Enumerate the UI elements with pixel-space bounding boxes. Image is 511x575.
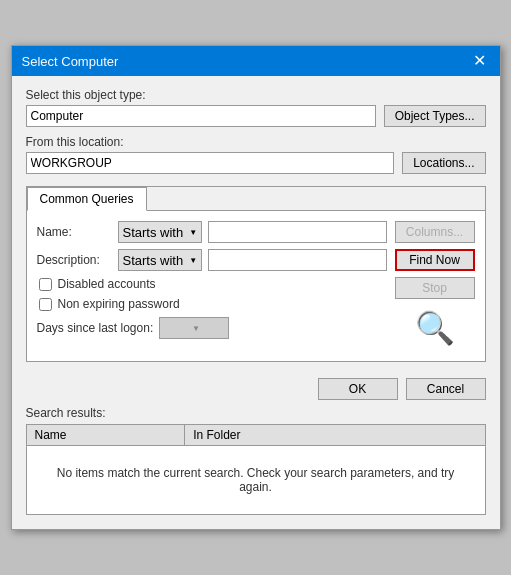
object-type-row: Object Types... (26, 105, 486, 127)
tab-content-area: Name: Starts with ▼ Description: Start (37, 221, 475, 351)
description-dropdown-arrow-icon: ▼ (189, 256, 197, 265)
close-button[interactable]: ✕ (469, 53, 490, 69)
non-expiring-password-row: Non expiring password (37, 297, 387, 311)
location-section: From this location: Locations... (26, 135, 486, 174)
description-starts-with-dropdown[interactable]: Starts with ▼ (118, 249, 203, 271)
name-starts-with-dropdown[interactable]: Starts with ▼ (118, 221, 203, 243)
title-bar: Select Computer ✕ (12, 46, 500, 76)
find-now-button[interactable]: Find Now (395, 249, 475, 271)
columns-button[interactable]: Columns... (395, 221, 475, 243)
object-types-button[interactable]: Object Types... (384, 105, 486, 127)
select-computer-dialog: Select Computer ✕ Select this object typ… (11, 45, 501, 530)
non-expiring-password-label: Non expiring password (58, 297, 180, 311)
cancel-button[interactable]: Cancel (406, 378, 486, 400)
bottom-spacer (12, 515, 500, 529)
name-query-label: Name: (37, 225, 112, 239)
description-query-row: Description: Starts with ▼ (37, 249, 387, 271)
name-dropdown-arrow-icon: ▼ (189, 228, 197, 237)
days-since-row: Days since last logon: ▼ (37, 317, 387, 339)
days-since-dropdown[interactable]: ▼ (159, 317, 229, 339)
tab-header: Common Queries (27, 187, 485, 211)
name-query-input[interactable] (208, 221, 386, 243)
location-row: Locations... (26, 152, 486, 174)
search-illustration-icon: 🔍 (415, 309, 455, 347)
description-query-label: Description: (37, 253, 112, 267)
results-body: No items match the current search. Check… (27, 446, 485, 514)
right-buttons-area: Columns... Find Now Stop 🔍 (395, 221, 475, 351)
results-col-folder: In Folder (185, 425, 484, 445)
ok-button[interactable]: OK (318, 378, 398, 400)
description-query-input[interactable] (208, 249, 386, 271)
locations-button[interactable]: Locations... (402, 152, 485, 174)
location-label: From this location: (26, 135, 486, 149)
disabled-accounts-checkbox[interactable] (39, 278, 52, 291)
object-type-label: Select this object type: (26, 88, 486, 102)
bottom-buttons: OK Cancel (12, 372, 500, 406)
days-dropdown-arrow-icon: ▼ (192, 324, 200, 333)
tab-body: Name: Starts with ▼ Description: Start (27, 211, 485, 361)
tab-container: Common Queries Name: Starts with ▼ (26, 186, 486, 362)
search-illustration-area: 🔍 (395, 305, 475, 351)
results-label: Search results: (26, 406, 486, 420)
object-type-section: Select this object type: Object Types... (26, 88, 486, 127)
results-header: Name In Folder (27, 425, 485, 446)
name-query-row: Name: Starts with ▼ (37, 221, 387, 243)
results-section: Search results: Name In Folder No items … (12, 406, 500, 515)
disabled-accounts-label: Disabled accounts (58, 277, 156, 291)
object-type-input[interactable] (26, 105, 376, 127)
dialog-title: Select Computer (22, 54, 119, 69)
results-table: Name In Folder No items match the curren… (26, 424, 486, 515)
non-expiring-password-checkbox[interactable] (39, 298, 52, 311)
location-input[interactable] (26, 152, 395, 174)
days-since-label: Days since last logon: (37, 321, 154, 335)
results-col-name: Name (27, 425, 186, 445)
stop-button[interactable]: Stop (395, 277, 475, 299)
tab-common-queries[interactable]: Common Queries (27, 187, 147, 211)
disabled-accounts-row: Disabled accounts (37, 277, 387, 291)
tab-queries: Name: Starts with ▼ Description: Start (37, 221, 387, 351)
results-empty-message: No items match the current search. Check… (47, 466, 465, 494)
dialog-body: Select this object type: Object Types...… (12, 76, 500, 372)
